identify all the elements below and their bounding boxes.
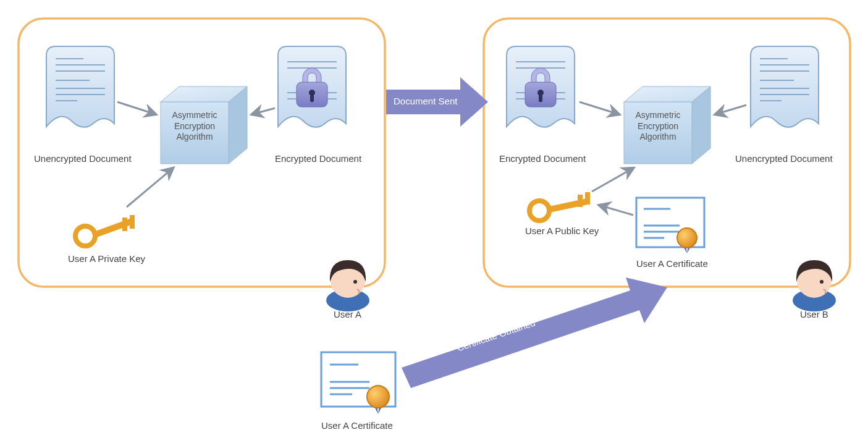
- label-private-key: User A Private Key: [68, 253, 145, 264]
- arrow-key-to-algo-a: [127, 168, 173, 207]
- private-key-icon: [75, 215, 135, 246]
- arrow-doc-to-algo-a: [117, 102, 156, 114]
- public-key-icon: [529, 192, 590, 221]
- svg-rect-42: [546, 198, 590, 213]
- svg-point-64: [367, 386, 389, 408]
- label-public-key: User A Public Key: [525, 226, 599, 236]
- certificate-obtained-arrow: [402, 277, 667, 388]
- document-sent-arrow: [386, 77, 488, 127]
- certificate-source: [321, 352, 395, 414]
- label-encrypted-doc-b: Encrypted Document: [499, 153, 586, 164]
- label-unencrypted-doc-a: Unencrypted Document: [34, 153, 132, 164]
- label-algo-a: AsymmetricEncryptionAlgorithm: [167, 110, 222, 143]
- diagram-canvas: [0, 0, 868, 448]
- svg-rect-16: [310, 95, 314, 102]
- svg-rect-43: [578, 195, 583, 207]
- svg-rect-20: [130, 215, 135, 229]
- svg-marker-56: [386, 77, 488, 127]
- svg-rect-19: [122, 218, 127, 231]
- unencrypted-document-a: [46, 46, 114, 127]
- svg-point-17: [75, 226, 95, 246]
- label-user-a: User A: [334, 309, 361, 319]
- certificate-b: [636, 198, 704, 253]
- label-user-b: User B: [800, 309, 828, 319]
- user-a-avatar: [326, 260, 369, 311]
- arrow-encdoc-to-algo-a: [252, 108, 275, 114]
- unencrypted-document-b: [751, 46, 819, 127]
- arrow-cert-to-key: [599, 205, 633, 215]
- label-algo-b: AsymmetricEncryptionAlgorithm: [630, 110, 686, 143]
- arrow-encdoc-to-algo-b: [579, 102, 619, 114]
- svg-point-52: [677, 228, 697, 248]
- label-encrypted-doc-a: Encrypted Document: [275, 153, 361, 164]
- svg-rect-18: [92, 218, 135, 238]
- svg-rect-44: [585, 192, 590, 205]
- encrypted-document-b: [507, 46, 575, 127]
- svg-point-55: [820, 280, 824, 284]
- svg-marker-65: [402, 277, 667, 388]
- label-cert-source: User A Certificate: [321, 420, 393, 431]
- svg-rect-30: [539, 95, 542, 102]
- label-unencrypted-doc-b: Unencrypted Document: [735, 153, 833, 164]
- arrow-doc-to-algo-b: [715, 105, 746, 114]
- encrypted-document-a: [278, 46, 346, 127]
- arrow-key-to-algo-b: [592, 168, 633, 192]
- svg-point-41: [529, 201, 549, 221]
- svg-point-23: [353, 280, 357, 284]
- user-b-avatar: [793, 260, 836, 311]
- label-cert-b: User A Certificate: [636, 258, 708, 269]
